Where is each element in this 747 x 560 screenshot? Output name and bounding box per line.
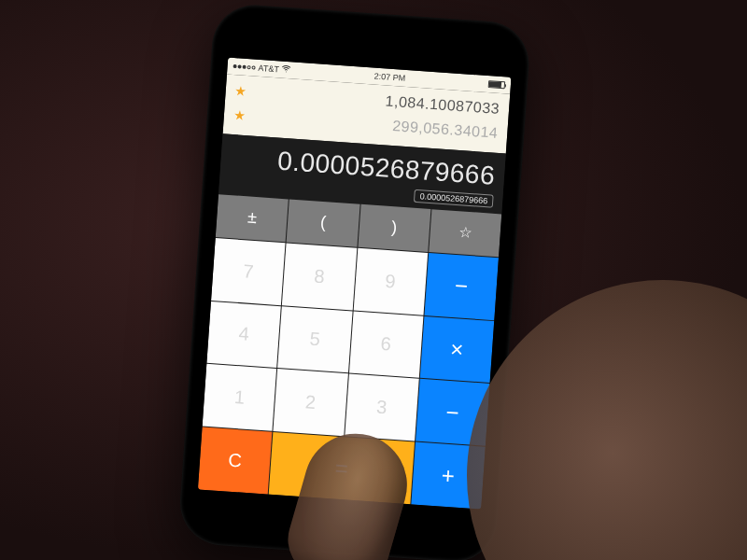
carrier-label: AT&T: [258, 63, 279, 75]
favorite-button[interactable]: ☆: [429, 209, 501, 257]
star-icon[interactable]: ★: [233, 107, 246, 123]
digit-5-button[interactable]: 5: [277, 306, 352, 373]
battery-icon: [488, 80, 506, 89]
multiply-button[interactable]: ×: [420, 315, 495, 383]
digit-4-button[interactable]: 4: [206, 301, 281, 369]
digit-3-button[interactable]: 3: [345, 374, 419, 441]
digit-2-button[interactable]: 2: [274, 369, 348, 436]
digit-7-button[interactable]: 7: [211, 238, 286, 305]
rparen-button[interactable]: ): [358, 204, 430, 252]
lparen-button[interactable]: (: [287, 199, 359, 246]
display-main: 0.0000526879666: [230, 144, 496, 191]
clock-label: 2:07 PM: [374, 72, 405, 83]
phone-screen: AT&T 2:07 PM ★ 1,084.10087033 ★ 299,056.…: [198, 58, 512, 510]
digit-8-button[interactable]: 8: [282, 243, 357, 310]
equals-button[interactable]: =: [269, 432, 415, 504]
subtract-button[interactable]: −: [416, 379, 490, 446]
digit-6-button[interactable]: 6: [348, 311, 423, 378]
display-sub[interactable]: 0.0000526879666: [414, 189, 493, 208]
minus-button[interactable]: −: [424, 253, 499, 320]
clear-button[interactable]: C: [198, 427, 273, 495]
star-icon[interactable]: ★: [234, 83, 247, 99]
signal-dots-icon: [233, 64, 255, 70]
digit-9-button[interactable]: 9: [353, 248, 428, 315]
plusminus-button[interactable]: ±: [216, 194, 289, 242]
digit-1-button[interactable]: 1: [203, 364, 277, 431]
status-left: AT&T: [233, 62, 291, 75]
status-right: [488, 80, 506, 89]
phone-frame: AT&T 2:07 PM ★ 1,084.10087033 ★ 299,056.…: [177, 2, 532, 560]
keypad: ± ( ) ☆ 7 8 9 − 4 5 6 × 1 2 3 − C = +: [198, 194, 501, 510]
star-outline-icon: ☆: [458, 224, 472, 243]
wifi-icon: [281, 65, 291, 76]
plus-button[interactable]: +: [411, 442, 486, 510]
